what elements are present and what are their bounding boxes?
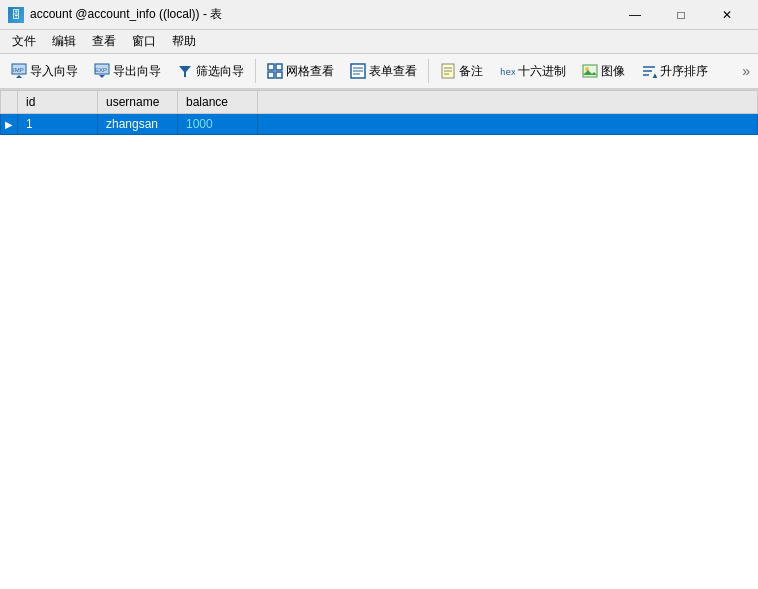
cell-empty bbox=[258, 114, 758, 135]
svg-rect-8 bbox=[276, 64, 282, 70]
col-header-id[interactable]: id bbox=[18, 91, 98, 114]
filter-button[interactable]: 筛选向导 bbox=[170, 57, 251, 85]
form-label: 表单查看 bbox=[369, 63, 417, 80]
toolbar-overflow-button[interactable]: » bbox=[738, 61, 754, 81]
toolbar-separator-5 bbox=[428, 59, 429, 83]
sort-icon: ▲ bbox=[641, 63, 657, 79]
cell-id[interactable]: 1 bbox=[18, 114, 98, 135]
toolbar: IMP导入向导EXP导出向导筛选向导网格查看表单查看备注hex十六进制图像▲升序… bbox=[0, 54, 758, 90]
svg-text:▲: ▲ bbox=[651, 71, 657, 79]
form-button[interactable]: 表单查看 bbox=[343, 57, 424, 85]
menu-item-帮助[interactable]: 帮助 bbox=[164, 30, 204, 53]
col-header-empty bbox=[258, 91, 758, 114]
cell-balance[interactable]: 1000 bbox=[178, 114, 258, 135]
sort-button[interactable]: ▲升序排序 bbox=[634, 57, 715, 85]
row-indicator-header bbox=[1, 91, 18, 114]
table-header-row: id username balance bbox=[1, 91, 758, 114]
grid-label: 网格查看 bbox=[286, 63, 334, 80]
form-icon bbox=[350, 63, 366, 79]
hex-button[interactable]: hex十六进制 bbox=[492, 57, 573, 85]
filter-label: 筛选向导 bbox=[196, 63, 244, 80]
menu-item-窗口[interactable]: 窗口 bbox=[124, 30, 164, 53]
window-title: account @account_info ((local)) - 表 bbox=[30, 6, 612, 23]
note-label: 备注 bbox=[459, 63, 483, 80]
table-container[interactable]: id username balance ▶1zhangsan1000 bbox=[0, 90, 758, 589]
maximize-button[interactable]: □ bbox=[658, 0, 704, 30]
minimize-button[interactable]: — bbox=[612, 0, 658, 30]
note-button[interactable]: 备注 bbox=[433, 57, 490, 85]
svg-text:EXP: EXP bbox=[95, 67, 107, 73]
close-button[interactable]: ✕ bbox=[704, 0, 750, 30]
row-indicator: ▶ bbox=[1, 114, 18, 135]
export-button[interactable]: EXP导出向导 bbox=[87, 57, 168, 85]
filter-icon bbox=[177, 63, 193, 79]
sort-label: 升序排序 bbox=[660, 63, 708, 80]
svg-marker-2 bbox=[16, 75, 22, 78]
image-icon bbox=[582, 63, 598, 79]
import-icon: IMP bbox=[11, 63, 27, 79]
svg-rect-9 bbox=[268, 72, 274, 78]
svg-rect-20 bbox=[583, 65, 597, 77]
hex-icon: hex bbox=[499, 63, 515, 79]
svg-rect-10 bbox=[276, 72, 282, 78]
app-icon: 🗄 bbox=[8, 7, 24, 23]
svg-text:IMP: IMP bbox=[13, 67, 24, 73]
menu-item-查看[interactable]: 查看 bbox=[84, 30, 124, 53]
image-button[interactable]: 图像 bbox=[575, 57, 632, 85]
svg-marker-6 bbox=[179, 66, 191, 77]
data-table: id username balance ▶1zhangsan1000 bbox=[0, 90, 758, 135]
svg-marker-5 bbox=[99, 75, 105, 78]
import-label: 导入向导 bbox=[30, 63, 78, 80]
grid-icon bbox=[267, 63, 283, 79]
image-label: 图像 bbox=[601, 63, 625, 80]
grid-button[interactable]: 网格查看 bbox=[260, 57, 341, 85]
svg-point-21 bbox=[585, 67, 589, 71]
note-icon bbox=[440, 63, 456, 79]
export-icon: EXP bbox=[94, 63, 110, 79]
export-label: 导出向导 bbox=[113, 63, 161, 80]
import-button[interactable]: IMP导入向导 bbox=[4, 57, 85, 85]
svg-rect-7 bbox=[268, 64, 274, 70]
table-row[interactable]: ▶1zhangsan1000 bbox=[1, 114, 758, 135]
hex-label: 十六进制 bbox=[518, 63, 566, 80]
menu-item-编辑[interactable]: 编辑 bbox=[44, 30, 84, 53]
menu-item-文件[interactable]: 文件 bbox=[4, 30, 44, 53]
col-header-balance[interactable]: balance bbox=[178, 91, 258, 114]
title-bar: 🗄 account @account_info ((local)) - 表 — … bbox=[0, 0, 758, 30]
col-header-username[interactable]: username bbox=[98, 91, 178, 114]
main-content: id username balance ▶1zhangsan1000 bbox=[0, 90, 758, 589]
menu-bar: 文件编辑查看窗口帮助 bbox=[0, 30, 758, 54]
window-controls: — □ ✕ bbox=[612, 0, 750, 30]
toolbar-separator-3 bbox=[255, 59, 256, 83]
cell-username[interactable]: zhangsan bbox=[98, 114, 178, 135]
svg-text:hex: hex bbox=[500, 67, 515, 77]
